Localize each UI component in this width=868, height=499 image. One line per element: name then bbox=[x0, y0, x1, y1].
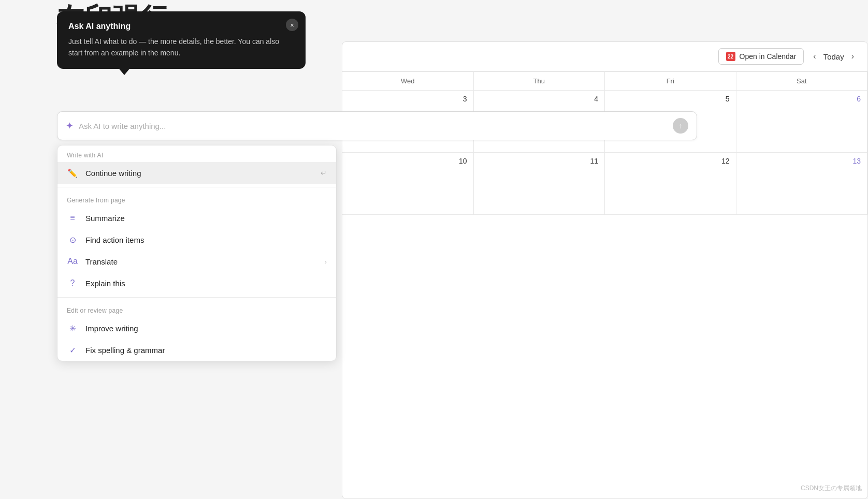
menu-item-find-action-items[interactable]: ⊙ Find action items bbox=[57, 229, 336, 251]
menu-section-edit: Edit or review page bbox=[57, 301, 336, 317]
menu-item-translate[interactable]: Aa Translate › bbox=[57, 251, 336, 272]
improve-writing-label: Improve writing bbox=[85, 324, 327, 333]
summarize-icon: ≡ bbox=[67, 212, 78, 224]
menu-divider-2 bbox=[57, 297, 336, 298]
ai-input-bar: ✦ Ask AI to write anything... ↑ bbox=[57, 111, 697, 140]
explain-this-icon: ? bbox=[67, 277, 78, 289]
find-action-items-icon: ⊙ bbox=[67, 234, 78, 245]
open-calendar-label: Open in Calendar bbox=[740, 52, 797, 61]
calendar-cell-6[interactable]: 6 bbox=[736, 91, 868, 153]
menu-item-continue-writing[interactable]: ✏️ Continue writing ↵ bbox=[57, 162, 336, 184]
tooltip-caret bbox=[119, 69, 129, 75]
open-calendar-button[interactable]: 22 Open in Calendar bbox=[718, 48, 804, 65]
watermark: CSDN女王の专属领地 bbox=[801, 484, 862, 493]
menu-item-fix-spelling[interactable]: ✓ Fix spelling & grammar bbox=[57, 339, 336, 361]
continue-writing-label: Continue writing bbox=[85, 169, 313, 178]
date-6: 6 bbox=[743, 95, 861, 103]
date-13: 13 bbox=[743, 157, 861, 165]
fix-spelling-icon: ✓ bbox=[67, 344, 78, 356]
continue-writing-icon: ✏️ bbox=[67, 167, 78, 179]
tooltip-title: Ask AI anything bbox=[68, 22, 294, 31]
ai-tooltip: Ask AI anything Just tell AI what to do … bbox=[57, 11, 306, 69]
next-button[interactable]: › bbox=[848, 50, 857, 63]
date-4: 4 bbox=[480, 95, 599, 103]
day-header-sat: Sat bbox=[736, 72, 868, 91]
calendar-panel: 22 Open in Calendar ‹ Today › Wed Thu Fr… bbox=[342, 41, 868, 499]
today-button[interactable]: Today bbox=[823, 52, 844, 61]
menu-item-summarize[interactable]: ≡ Summarize bbox=[57, 207, 336, 229]
calendar-cell-10[interactable]: 10 bbox=[342, 153, 474, 215]
date-10: 10 bbox=[349, 157, 467, 165]
menu-divider-1 bbox=[57, 187, 336, 187]
ai-input-placeholder: Ask AI to write anything... bbox=[79, 122, 668, 130]
calendar-cell-13[interactable]: 13 bbox=[736, 153, 868, 215]
explain-this-label: Explain this bbox=[85, 279, 327, 288]
calendar-cell-11[interactable]: 11 bbox=[474, 153, 605, 215]
date-11: 11 bbox=[480, 157, 599, 165]
calendar-header: 22 Open in Calendar ‹ Today › bbox=[342, 42, 867, 71]
summarize-label: Summarize bbox=[85, 214, 327, 223]
ai-submit-button[interactable]: ↑ bbox=[673, 118, 688, 134]
calendar-grid: Wed Thu Fri Sat 3 4 5 6 10 11 12 13 bbox=[342, 71, 867, 215]
date-5: 5 bbox=[611, 95, 730, 103]
menu-section-write: Write with AI bbox=[57, 145, 336, 162]
ai-sparkle-icon: ✦ bbox=[66, 120, 74, 131]
menu-section-generate: Generate from page bbox=[57, 190, 336, 207]
day-header-wed: Wed bbox=[342, 72, 474, 91]
date-12: 12 bbox=[611, 157, 730, 165]
day-header-thu: Thu bbox=[474, 72, 605, 91]
prev-button[interactable]: ‹ bbox=[810, 50, 819, 63]
tooltip-body: Just tell AI what to do — the more detai… bbox=[68, 36, 294, 58]
day-header-fri: Fri bbox=[605, 72, 736, 91]
calendar-icon: 22 bbox=[726, 52, 735, 61]
improve-writing-icon: ✳ bbox=[67, 322, 78, 334]
menu-item-improve-writing[interactable]: ✳ Improve writing bbox=[57, 317, 336, 339]
translate-arrow-icon: › bbox=[325, 258, 327, 266]
translate-icon: Aa bbox=[67, 256, 78, 267]
continue-writing-shortcut: ↵ bbox=[321, 169, 327, 177]
tooltip-close-button[interactable]: × bbox=[286, 19, 298, 31]
find-action-items-label: Find action items bbox=[85, 236, 327, 244]
menu-item-explain-this[interactable]: ? Explain this bbox=[57, 272, 336, 294]
ai-menu-dropdown: Write with AI ✏️ Continue writing ↵ Gene… bbox=[57, 145, 337, 361]
date-3: 3 bbox=[349, 95, 467, 103]
calendar-nav: ‹ Today › bbox=[810, 50, 857, 63]
translate-label: Translate bbox=[85, 257, 317, 266]
fix-spelling-label: Fix spelling & grammar bbox=[85, 346, 327, 355]
calendar-cell-12[interactable]: 12 bbox=[605, 153, 736, 215]
